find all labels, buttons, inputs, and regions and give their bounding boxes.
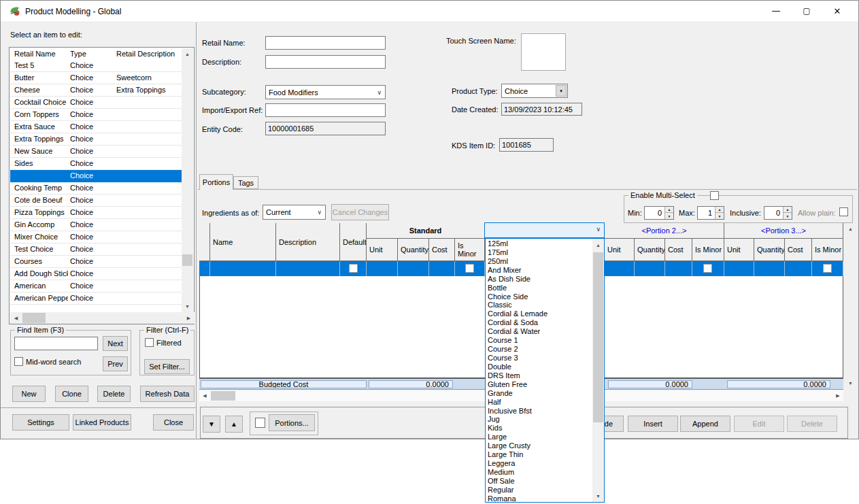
portion-option[interactable]: Classic bbox=[486, 301, 593, 309]
portion-option[interactable]: Regular bbox=[486, 486, 593, 494]
grid-cell[interactable] bbox=[429, 261, 455, 276]
item-list[interactable]: Retail Name Type Retail Description Test… bbox=[9, 47, 195, 324]
mid-word-search-checkbox[interactable] bbox=[14, 357, 23, 366]
portion-option[interactable]: Kids bbox=[486, 424, 593, 433]
append-button[interactable]: Append bbox=[680, 416, 730, 432]
portion-option[interactable]: 250ml bbox=[486, 257, 593, 266]
portion-option[interactable]: Off Sale bbox=[486, 477, 593, 486]
list-item[interactable]: New SauceChoice bbox=[10, 146, 182, 158]
portion-option[interactable]: 125ml bbox=[486, 239, 593, 248]
grid-cell[interactable] bbox=[635, 261, 665, 276]
portion-option[interactable]: Gluten Free bbox=[486, 380, 593, 389]
is-minor-checkbox[interactable] bbox=[823, 264, 832, 273]
subcategory-select[interactable]: Food Modifiers ∨ bbox=[265, 85, 386, 99]
portion-option[interactable]: Bottle bbox=[486, 284, 593, 292]
max-spinner[interactable]: 1 ▲▼ bbox=[697, 206, 724, 220]
list-item[interactable]: Extra ToppingsChoice bbox=[10, 133, 182, 146]
column-type[interactable]: Type bbox=[70, 50, 86, 58]
grid-group-header[interactable]: <Portion 3...> bbox=[724, 223, 843, 239]
dropdown-arrow-icon[interactable]: ▼ bbox=[556, 85, 567, 97]
grid-group-header[interactable]: <Portion 2...> bbox=[605, 223, 724, 239]
grid-header-description[interactable]: Description bbox=[276, 223, 340, 261]
grid-header-name[interactable]: Name bbox=[210, 223, 276, 261]
grid-cell[interactable] bbox=[692, 261, 724, 276]
grid-cell[interactable] bbox=[785, 261, 812, 276]
list-item[interactable]: Pizza ToppingsChoice bbox=[10, 207, 182, 219]
portion-option[interactable]: Large Crusty bbox=[486, 441, 593, 450]
grid-cell[interactable] bbox=[665, 261, 692, 276]
filtered-checkbox[interactable] bbox=[145, 338, 154, 347]
portions-button[interactable]: Portions... bbox=[269, 414, 315, 431]
scroll-left-icon[interactable]: ◀ bbox=[10, 312, 22, 324]
scroll-down-icon[interactable]: ▼ bbox=[182, 301, 193, 312]
maximize-icon[interactable]: ▢ bbox=[795, 1, 818, 21]
find-prev-button[interactable]: Prev bbox=[103, 356, 128, 371]
portion-option[interactable]: DRS Item bbox=[486, 371, 593, 380]
move-down-button[interactable]: ▼ bbox=[203, 416, 220, 433]
delete-item-button[interactable]: Delete bbox=[97, 386, 131, 402]
grid-cell-description[interactable] bbox=[276, 261, 340, 276]
enable-multi-select-checkbox[interactable] bbox=[710, 191, 719, 200]
insert-button[interactable]: Insert bbox=[628, 416, 678, 432]
list-item[interactable]: Cocktail ChoiceChoice bbox=[10, 97, 182, 109]
min-spinner[interactable]: 0 ▲▼ bbox=[644, 206, 674, 220]
portion-option[interactable]: Jug bbox=[486, 415, 593, 424]
item-list-header[interactable]: Retail Name Type Retail Description bbox=[10, 48, 182, 61]
portion-option[interactable]: Large Thin bbox=[486, 450, 593, 459]
grid-header-default[interactable]: Default bbox=[340, 223, 367, 261]
scroll-thumb[interactable] bbox=[593, 252, 603, 422]
portion-option[interactable]: Leggera bbox=[486, 459, 593, 468]
list-item[interactable]: Cooking TempChoice bbox=[10, 182, 182, 195]
grid-cell[interactable] bbox=[605, 261, 635, 276]
list-item[interactable]: CheeseChoiceExtra Toppings bbox=[10, 84, 182, 97]
tab-tags[interactable]: Tags bbox=[233, 176, 258, 189]
portion-name-combobox[interactable]: ∨ bbox=[484, 222, 605, 238]
tab-portions[interactable]: Portions bbox=[199, 174, 233, 190]
list-item[interactable]: AmericanChoice bbox=[10, 280, 182, 292]
portion-option[interactable]: And Mixer bbox=[486, 266, 593, 275]
grid-vscrollbar[interactable]: ▲ ▼ bbox=[845, 223, 856, 389]
scroll-thumb[interactable] bbox=[22, 313, 46, 323]
refresh-data-button[interactable]: Refresh Data bbox=[140, 386, 195, 402]
scroll-left-icon[interactable]: ◀ bbox=[199, 390, 210, 401]
product-type-select[interactable]: Choice ▼ bbox=[501, 84, 568, 98]
spin-down-icon[interactable]: ▼ bbox=[783, 213, 792, 219]
list-item[interactable]: Test 5Choice bbox=[10, 60, 182, 72]
column-retail-description[interactable]: Retail Description bbox=[116, 50, 175, 58]
grid-cell[interactable] bbox=[812, 261, 843, 276]
find-item-input[interactable] bbox=[14, 337, 98, 350]
list-item[interactable]: Mixer ChoiceChoice bbox=[10, 231, 182, 243]
clone-button[interactable]: Clone bbox=[55, 386, 88, 402]
portion-option[interactable]: As Dish Side bbox=[486, 275, 593, 284]
grid-cell[interactable] bbox=[724, 261, 754, 276]
list-item[interactable]: Add Dough StickChoice bbox=[10, 268, 182, 280]
grid-cell-name[interactable] bbox=[210, 261, 276, 276]
spin-up-icon[interactable]: ▲ bbox=[715, 207, 724, 213]
settings-button[interactable]: Settings bbox=[12, 414, 69, 431]
set-filter-button[interactable]: Set Filter... bbox=[144, 359, 190, 374]
scroll-thumb[interactable] bbox=[211, 391, 235, 401]
touch-screen-name-box[interactable] bbox=[521, 33, 566, 71]
list-item[interactable]: Extra SauceChoice bbox=[10, 121, 182, 133]
portion-option[interactable]: Cordial & Lemade bbox=[486, 309, 593, 318]
portion-option[interactable]: Double bbox=[486, 363, 593, 371]
grid-cell[interactable] bbox=[367, 261, 398, 276]
list-item[interactable]: CoursesChoice bbox=[10, 256, 182, 268]
portion-option[interactable]: Cordial & Soda bbox=[486, 318, 593, 327]
portion-option[interactable]: Course 1 bbox=[486, 336, 593, 345]
spin-up-icon[interactable]: ▲ bbox=[783, 207, 792, 213]
move-up-button[interactable]: ▲ bbox=[225, 416, 243, 433]
portion-option[interactable]: Large bbox=[486, 433, 593, 441]
list-item[interactable]: ButterChoiceSweetcorn bbox=[10, 72, 182, 84]
allow-plain-checkbox[interactable] bbox=[839, 207, 848, 216]
dropdown-vscrollbar[interactable]: ▲ ▼ bbox=[592, 239, 604, 502]
list-item[interactable]: Test ChoiceChoice bbox=[10, 243, 182, 256]
portion-option[interactable]: Choice Side bbox=[486, 292, 593, 301]
list-item[interactable]: American PeppeChoice bbox=[10, 292, 182, 305]
scroll-up-icon[interactable]: ▲ bbox=[845, 223, 856, 235]
new-button[interactable]: New bbox=[12, 386, 46, 402]
column-retail-name[interactable]: Retail Name bbox=[14, 50, 56, 58]
list-item[interactable]: Choice bbox=[10, 170, 182, 182]
scroll-down-icon[interactable]: ▼ bbox=[845, 377, 856, 389]
list-item[interactable]: SidesChoice bbox=[10, 158, 182, 170]
